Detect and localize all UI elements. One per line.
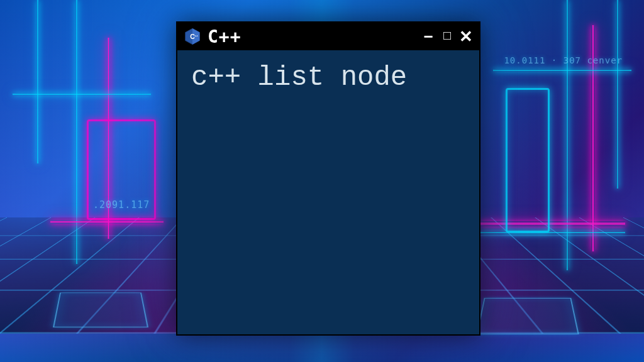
cpp-hexagon-icon: C ++ bbox=[184, 28, 201, 45]
neon-rect bbox=[506, 88, 550, 233]
neon-line bbox=[566, 0, 569, 270]
terminal-content[interactable]: c++ list node bbox=[177, 50, 479, 334]
floor-tile bbox=[53, 293, 148, 327]
floor-tile bbox=[476, 298, 579, 334]
svg-text:C: C bbox=[190, 33, 195, 40]
neon-line bbox=[36, 0, 39, 163]
bg-deco-text-left: .2091.117 bbox=[93, 199, 150, 211]
bg-deco-text-right: 10.0111 · 307 cenver bbox=[504, 55, 623, 65]
window-controls: − □ ✕ bbox=[421, 28, 473, 45]
maximize-button[interactable]: □ bbox=[440, 29, 454, 41]
window-title: C++ bbox=[208, 26, 415, 47]
neon-line bbox=[50, 220, 164, 224]
neon-line bbox=[75, 0, 78, 264]
svg-text:++: ++ bbox=[195, 34, 199, 37]
neon-line bbox=[480, 231, 625, 234]
close-button[interactable]: ✕ bbox=[459, 28, 473, 45]
titlebar[interactable]: C ++ C++ − □ ✕ bbox=[177, 23, 479, 50]
neon-line bbox=[13, 93, 151, 96]
neon-line bbox=[493, 69, 631, 72]
minimize-button[interactable]: − bbox=[421, 28, 435, 45]
neon-line bbox=[616, 0, 619, 189]
terminal-window: C ++ C++ − □ ✕ c++ list node bbox=[176, 21, 480, 336]
neon-line bbox=[480, 221, 625, 226]
